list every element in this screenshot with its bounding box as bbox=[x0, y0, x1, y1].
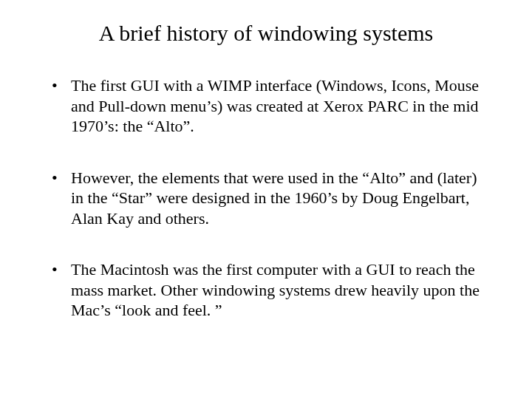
list-item: The Macintosh was the first computer wit… bbox=[52, 259, 488, 321]
list-item: The first GUI with a WIMP interface (Win… bbox=[52, 75, 488, 137]
list-item: However, the elements that were used in … bbox=[52, 168, 488, 229]
slide-title: A brief history of windowing systems bbox=[37, 21, 495, 46]
slide: A brief history of windowing systems The… bbox=[0, 0, 532, 399]
bullet-list: The first GUI with a WIMP interface (Win… bbox=[37, 75, 495, 321]
